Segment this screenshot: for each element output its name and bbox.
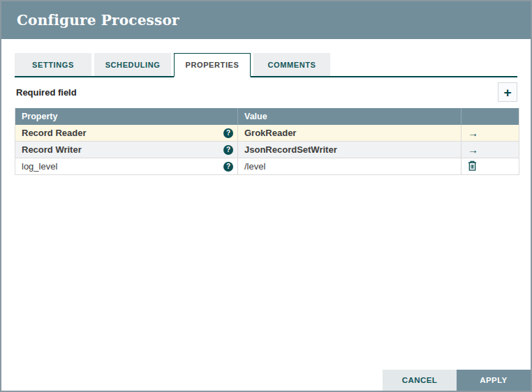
apply-button[interactable]: APPLY xyxy=(457,370,531,391)
tab-comments[interactable]: COMMENTS xyxy=(253,53,330,76)
properties-table: Property Value Record Reader ? GrokReade… xyxy=(15,108,519,175)
value-column-header: Value xyxy=(238,108,461,125)
actions-column-header xyxy=(461,108,519,125)
dialog-footer: CANCEL APPLY xyxy=(383,370,531,391)
property-value-cell[interactable]: GrokReader xyxy=(238,125,461,142)
tab-bar: SETTINGS SCHEDULING PROPERTIES COMMENTS xyxy=(15,53,517,77)
properties-toolbar: Required field + xyxy=(15,82,517,102)
property-name-cell: log_level ? xyxy=(15,158,238,175)
cancel-button[interactable]: CANCEL xyxy=(383,370,457,391)
plus-icon: + xyxy=(503,85,511,100)
property-value-cell[interactable]: JsonRecordSetWriter xyxy=(238,142,461,158)
add-property-button[interactable]: + xyxy=(498,82,517,102)
dialog-header: Configure Processor xyxy=(1,1,531,39)
property-name: Record Writer xyxy=(22,144,82,155)
property-name-cell: Record Writer ? xyxy=(15,142,238,158)
property-name: log_level xyxy=(22,161,57,172)
tab-properties[interactable]: PROPERTIES xyxy=(174,53,251,77)
dialog-title: Configure Processor xyxy=(17,12,179,29)
trash-icon[interactable] xyxy=(468,160,477,173)
tab-settings[interactable]: SETTINGS xyxy=(15,53,91,76)
property-value-cell[interactable]: /level xyxy=(238,158,461,175)
table-row: log_level ? /level xyxy=(15,158,519,175)
required-field-label: Required field xyxy=(15,87,77,98)
tab-scheduling[interactable]: SCHEDULING xyxy=(94,53,171,76)
row-action-cell: → xyxy=(461,142,519,158)
table-row: Record Writer ? JsonRecordSetWriter → xyxy=(15,142,519,158)
dialog-content: SETTINGS SCHEDULING PROPERTIES COMMENTS … xyxy=(1,53,531,175)
table-header-row: Property Value xyxy=(15,108,519,125)
row-action-cell xyxy=(461,158,519,175)
table-row: Record Reader ? GrokReader → xyxy=(15,125,519,142)
go-to-service-icon[interactable]: → xyxy=(468,144,478,156)
help-icon[interactable]: ? xyxy=(223,128,233,138)
property-name: Record Reader xyxy=(22,128,86,138)
configure-processor-dialog: Configure Processor SETTINGS SCHEDULING … xyxy=(0,0,532,392)
help-icon[interactable]: ? xyxy=(223,162,233,172)
property-column-header: Property xyxy=(15,108,238,125)
go-to-service-icon[interactable]: → xyxy=(468,127,478,139)
property-name-cell: Record Reader ? xyxy=(15,125,238,142)
help-icon[interactable]: ? xyxy=(223,145,233,155)
row-action-cell: → xyxy=(461,125,519,142)
